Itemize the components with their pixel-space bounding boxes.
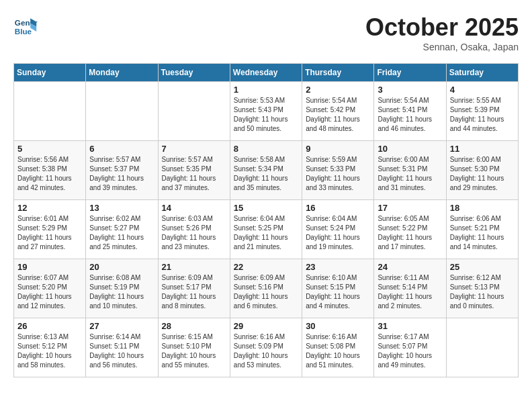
day-header-saturday: Saturday (446, 64, 518, 82)
day-info: Sunrise: 6:17 AM Sunset: 5:07 PM Dayligh… (378, 332, 442, 370)
day-number: 27 (89, 321, 154, 331)
day-number: 21 (162, 262, 226, 272)
day-info: Sunrise: 6:06 AM Sunset: 5:21 PM Dayligh… (450, 214, 515, 252)
calendar-cell (158, 82, 230, 141)
month-title: October 2025 (365, 13, 519, 42)
day-number: 20 (89, 262, 154, 272)
day-number: 9 (306, 144, 370, 154)
day-number: 11 (450, 144, 515, 154)
day-number: 16 (306, 203, 370, 213)
logo-icon: General Blue (13, 13, 38, 38)
calendar-table: SundayMondayTuesdayWednesdayThursdayFrid… (13, 63, 519, 377)
calendar-cell: 19Sunrise: 6:07 AM Sunset: 5:20 PM Dayli… (14, 259, 86, 318)
calendar-cell: 9Sunrise: 5:59 AM Sunset: 5:33 PM Daylig… (302, 141, 374, 200)
day-info: Sunrise: 5:54 AM Sunset: 5:42 PM Dayligh… (306, 96, 370, 134)
day-number: 7 (162, 144, 226, 154)
day-info: Sunrise: 5:57 AM Sunset: 5:35 PM Dayligh… (162, 155, 226, 193)
calendar-cell: 29Sunrise: 6:16 AM Sunset: 5:09 PM Dayli… (230, 318, 302, 377)
day-info: Sunrise: 5:56 AM Sunset: 5:38 PM Dayligh… (17, 155, 82, 193)
calendar-cell: 20Sunrise: 6:08 AM Sunset: 5:19 PM Dayli… (86, 259, 158, 318)
day-number: 2 (306, 85, 370, 95)
calendar-cell: 18Sunrise: 6:06 AM Sunset: 5:21 PM Dayli… (446, 200, 518, 259)
calendar-cell (14, 82, 86, 141)
day-number: 13 (89, 203, 154, 213)
day-number: 14 (162, 203, 226, 213)
title-block: October 2025 Sennan, Osaka, Japan (365, 13, 519, 52)
day-number: 31 (378, 321, 442, 331)
day-header-friday: Friday (374, 64, 446, 82)
calendar-cell: 31Sunrise: 6:17 AM Sunset: 5:07 PM Dayli… (374, 318, 446, 377)
day-number: 23 (306, 262, 370, 272)
day-info: Sunrise: 6:03 AM Sunset: 5:26 PM Dayligh… (162, 214, 226, 252)
day-number: 28 (162, 321, 226, 331)
day-number: 10 (378, 144, 442, 154)
day-number: 8 (234, 144, 298, 154)
day-number: 15 (234, 203, 298, 213)
day-number: 18 (450, 203, 515, 213)
day-number: 4 (450, 85, 515, 95)
calendar-cell: 1Sunrise: 5:53 AM Sunset: 5:43 PM Daylig… (230, 82, 302, 141)
day-number: 22 (234, 262, 298, 272)
calendar-cell: 14Sunrise: 6:03 AM Sunset: 5:26 PM Dayli… (158, 200, 230, 259)
calendar-header-row: SundayMondayTuesdayWednesdayThursdayFrid… (14, 64, 519, 82)
calendar-cell: 15Sunrise: 6:04 AM Sunset: 5:25 PM Dayli… (230, 200, 302, 259)
day-info: Sunrise: 6:08 AM Sunset: 5:19 PM Dayligh… (89, 273, 154, 311)
location: Sennan, Osaka, Japan (365, 42, 519, 52)
svg-text:Blue: Blue (15, 27, 32, 36)
day-info: Sunrise: 6:04 AM Sunset: 5:25 PM Dayligh… (234, 214, 298, 252)
day-info: Sunrise: 6:01 AM Sunset: 5:29 PM Dayligh… (17, 214, 82, 252)
calendar-cell: 27Sunrise: 6:14 AM Sunset: 5:11 PM Dayli… (86, 318, 158, 377)
day-info: Sunrise: 5:54 AM Sunset: 5:41 PM Dayligh… (378, 96, 442, 134)
calendar-body: 1Sunrise: 5:53 AM Sunset: 5:43 PM Daylig… (14, 82, 519, 377)
day-info: Sunrise: 6:13 AM Sunset: 5:12 PM Dayligh… (17, 332, 82, 370)
calendar-cell: 5Sunrise: 5:56 AM Sunset: 5:38 PM Daylig… (14, 141, 86, 200)
calendar-cell: 6Sunrise: 5:57 AM Sunset: 5:37 PM Daylig… (86, 141, 158, 200)
calendar-cell: 28Sunrise: 6:15 AM Sunset: 5:10 PM Dayli… (158, 318, 230, 377)
day-header-thursday: Thursday (302, 64, 374, 82)
day-info: Sunrise: 5:55 AM Sunset: 5:39 PM Dayligh… (450, 96, 515, 134)
day-number: 5 (17, 144, 82, 154)
calendar-cell: 3Sunrise: 5:54 AM Sunset: 5:41 PM Daylig… (374, 82, 446, 141)
calendar-week-3: 12Sunrise: 6:01 AM Sunset: 5:29 PM Dayli… (14, 200, 519, 259)
day-info: Sunrise: 6:11 AM Sunset: 5:14 PM Dayligh… (378, 273, 442, 311)
day-number: 30 (306, 321, 370, 331)
day-info: Sunrise: 6:14 AM Sunset: 5:11 PM Dayligh… (89, 332, 154, 370)
calendar-cell (86, 82, 158, 141)
calendar-cell: 25Sunrise: 6:12 AM Sunset: 5:13 PM Dayli… (446, 259, 518, 318)
day-header-sunday: Sunday (14, 64, 86, 82)
calendar-cell: 24Sunrise: 6:11 AM Sunset: 5:14 PM Dayli… (374, 259, 446, 318)
calendar-cell: 17Sunrise: 6:05 AM Sunset: 5:22 PM Dayli… (374, 200, 446, 259)
day-info: Sunrise: 6:05 AM Sunset: 5:22 PM Dayligh… (378, 214, 442, 252)
calendar-cell: 8Sunrise: 5:58 AM Sunset: 5:34 PM Daylig… (230, 141, 302, 200)
calendar-cell: 30Sunrise: 6:16 AM Sunset: 5:08 PM Dayli… (302, 318, 374, 377)
calendar-cell: 22Sunrise: 6:09 AM Sunset: 5:16 PM Dayli… (230, 259, 302, 318)
day-number: 19 (17, 262, 82, 272)
day-info: Sunrise: 6:12 AM Sunset: 5:13 PM Dayligh… (450, 273, 515, 311)
calendar-cell: 16Sunrise: 6:04 AM Sunset: 5:24 PM Dayli… (302, 200, 374, 259)
day-info: Sunrise: 6:15 AM Sunset: 5:10 PM Dayligh… (162, 332, 226, 370)
day-number: 17 (378, 203, 442, 213)
page-header: General Blue October 2025 Sennan, Osaka,… (13, 13, 519, 52)
day-info: Sunrise: 6:16 AM Sunset: 5:08 PM Dayligh… (306, 332, 370, 370)
day-info: Sunrise: 6:16 AM Sunset: 5:09 PM Dayligh… (234, 332, 298, 370)
calendar-cell: 23Sunrise: 6:10 AM Sunset: 5:15 PM Dayli… (302, 259, 374, 318)
calendar-cell: 11Sunrise: 6:00 AM Sunset: 5:30 PM Dayli… (446, 141, 518, 200)
day-info: Sunrise: 5:57 AM Sunset: 5:37 PM Dayligh… (89, 155, 154, 193)
day-info: Sunrise: 6:00 AM Sunset: 5:30 PM Dayligh… (450, 155, 515, 193)
day-info: Sunrise: 5:58 AM Sunset: 5:34 PM Dayligh… (234, 155, 298, 193)
day-info: Sunrise: 6:07 AM Sunset: 5:20 PM Dayligh… (17, 273, 82, 311)
logo: General Blue (13, 13, 40, 38)
day-number: 29 (234, 321, 298, 331)
calendar-cell: 7Sunrise: 5:57 AM Sunset: 5:35 PM Daylig… (158, 141, 230, 200)
day-info: Sunrise: 5:53 AM Sunset: 5:43 PM Dayligh… (234, 96, 298, 134)
day-info: Sunrise: 6:10 AM Sunset: 5:15 PM Dayligh… (306, 273, 370, 311)
calendar-cell: 10Sunrise: 6:00 AM Sunset: 5:31 PM Dayli… (374, 141, 446, 200)
day-number: 24 (378, 262, 442, 272)
day-number: 12 (17, 203, 82, 213)
day-info: Sunrise: 6:04 AM Sunset: 5:24 PM Dayligh… (306, 214, 370, 252)
calendar-cell: 21Sunrise: 6:09 AM Sunset: 5:17 PM Dayli… (158, 259, 230, 318)
calendar-cell: 2Sunrise: 5:54 AM Sunset: 5:42 PM Daylig… (302, 82, 374, 141)
day-number: 1 (234, 85, 298, 95)
calendar-week-5: 26Sunrise: 6:13 AM Sunset: 5:12 PM Dayli… (14, 318, 519, 377)
calendar-week-2: 5Sunrise: 5:56 AM Sunset: 5:38 PM Daylig… (14, 141, 519, 200)
